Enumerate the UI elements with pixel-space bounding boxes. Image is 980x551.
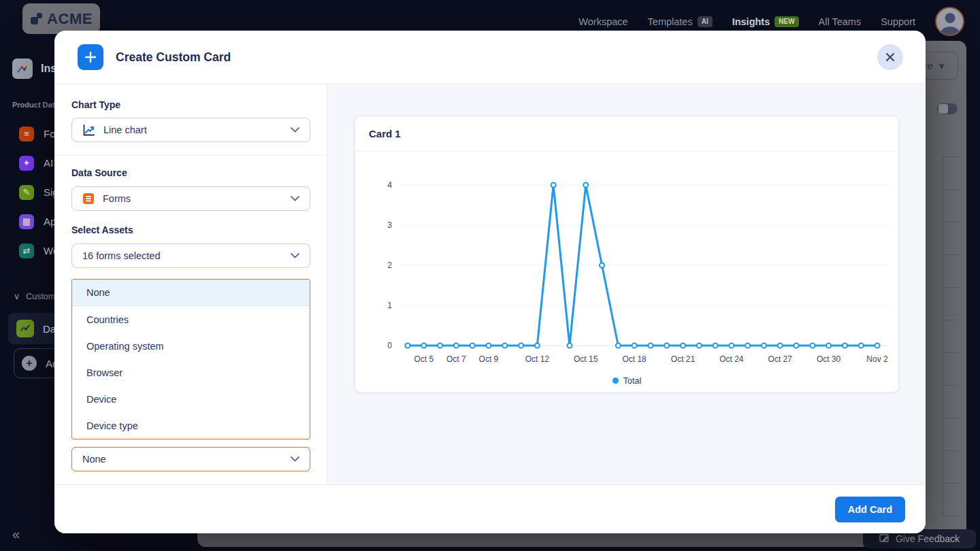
logo-text: ACME (47, 10, 93, 28)
svg-text:2: 2 (387, 261, 392, 270)
table-row (943, 484, 958, 516)
svg-text:Nov 2: Nov 2 (866, 354, 888, 364)
chart-type-label: Chart Type (71, 99, 310, 111)
breakdown-selected-value: None (82, 454, 106, 465)
signatures-icon: ✎ (19, 185, 34, 200)
nav-label: Insights (732, 16, 770, 27)
avatar-body-icon (941, 27, 959, 36)
nav-item-templates[interactable]: TemplatesAI (648, 16, 713, 27)
breakdown-option-device[interactable]: Device (72, 386, 310, 412)
nav-label: Support (881, 16, 915, 27)
nav-item-support[interactable]: Support (881, 16, 915, 27)
ai-agents-icon: ✦ (19, 156, 34, 171)
feedback-label: Give Feedback (896, 533, 960, 544)
preview-panel: Card 1 01234Oct 5Oct 7Oct 9Oct 12Oct 15O… (327, 84, 926, 484)
nav-label: All Teams (819, 16, 862, 27)
data-source-value: Forms (103, 193, 131, 204)
breakdown-option-countries[interactable]: Countries (72, 306, 310, 333)
screen: ACME WorkspaceTemplatesAIInsightsNEWAll … (0, 0, 980, 551)
svg-text:Oct 9: Oct 9 (479, 354, 499, 364)
svg-text:Oct 27: Oct 27 (768, 354, 793, 364)
settings-panel: Chart Type Line chart Data Source (54, 84, 327, 484)
table-row (943, 320, 958, 353)
apps-icon: ▦ (19, 214, 34, 229)
chevron-down-icon (291, 196, 299, 201)
svg-text:1: 1 (387, 301, 392, 310)
select-assets-dropdown[interactable]: 16 forms selected (71, 244, 310, 268)
avatar-head-icon (945, 13, 955, 23)
card-title: Card 1 (355, 116, 898, 152)
forms-icon: ≡ (19, 127, 34, 141)
chevron-down-icon (291, 456, 299, 462)
data-source-label: Data Source (71, 167, 310, 179)
chart-legend: Total (355, 369, 898, 392)
svg-text:Oct 5: Oct 5 (414, 354, 434, 364)
add-card-button[interactable]: Add Card (835, 497, 905, 522)
close-icon (885, 52, 895, 62)
svg-text:Oct 7: Oct 7 (446, 354, 466, 364)
new-badge: NEW (774, 16, 798, 27)
sidebar-collapse-button[interactable]: « (12, 527, 20, 542)
toggle-knob (938, 104, 948, 114)
panel-divider (54, 155, 327, 156)
line-chart-icon (82, 124, 95, 137)
feedback-pencil-icon (879, 534, 890, 544)
acme-logo[interactable]: ACME (22, 3, 100, 34)
breakdown-dropdown[interactable]: None (71, 447, 310, 471)
legend-dot-icon (612, 378, 619, 384)
chevron-down-icon (291, 253, 299, 258)
modal-header: Create Custom Card (54, 31, 926, 84)
chart-type-value: Line chart (103, 124, 147, 135)
create-custom-card-modal: Create Custom Card Chart Type Line chart (54, 31, 926, 533)
nav-item-workspace[interactable]: Workspace (578, 16, 627, 27)
dashboards-icon (16, 320, 34, 337)
background-table-rows (943, 156, 958, 516)
ai-badge: AI (698, 16, 713, 27)
svg-text:3: 3 (387, 220, 392, 230)
breakdown-option-device-type[interactable]: Device type (72, 412, 310, 439)
insights-app-icon (12, 59, 33, 79)
line-chart: 01234Oct 5Oct 7Oct 9Oct 12Oct 15Oct 18Oc… (355, 152, 900, 369)
modal-footer: Add Card (54, 484, 926, 533)
view-toggle[interactable] (937, 103, 958, 114)
table-row (943, 386, 958, 418)
plus-icon (78, 44, 103, 70)
breakdown-option-none[interactable]: None (72, 280, 310, 306)
legend-label: Total (623, 376, 641, 386)
breakdown-option-operating-system[interactable]: Operating system (72, 333, 310, 359)
table-row (943, 255, 958, 288)
acme-logo-icon (30, 12, 44, 26)
svg-text:Oct 21: Oct 21 (671, 354, 696, 364)
user-avatar[interactable] (935, 7, 964, 36)
forms-icon (82, 193, 95, 205)
preview-card: Card 1 01234Oct 5Oct 7Oct 9Oct 12Oct 15O… (355, 116, 899, 393)
breakdown-options-list: NoneCountriesOperating systemBrowserDevi… (71, 279, 310, 439)
breakdown-option-browser[interactable]: Browser (72, 359, 310, 386)
svg-text:0: 0 (387, 341, 392, 350)
data-source-dropdown[interactable]: Forms (71, 186, 310, 211)
sidebar-section-label: Product Data (12, 101, 59, 109)
select-assets-value: 16 forms selected (82, 250, 160, 261)
svg-text:Oct 15: Oct 15 (574, 354, 598, 364)
modal-title: Create Custom Card (116, 50, 231, 65)
table-row (943, 418, 958, 451)
chevron-down-icon (291, 127, 299, 133)
workflows-icon: ⇄ (19, 244, 34, 258)
svg-text:Oct 18: Oct 18 (622, 354, 647, 364)
table-row (943, 222, 958, 255)
svg-text:Oct 12: Oct 12 (525, 354, 550, 364)
chart-type-dropdown[interactable]: Line chart (71, 118, 310, 142)
table-row (943, 190, 958, 222)
nav-item-all-teams[interactable]: All Teams (819, 16, 862, 27)
caret-down-icon: ▾ (939, 60, 945, 72)
plus-circle-icon: + (22, 356, 37, 371)
close-button[interactable] (877, 44, 903, 70)
svg-text:4: 4 (387, 180, 392, 190)
table-row (943, 353, 958, 386)
nav-label: Workspace (578, 16, 627, 27)
svg-text:Oct 30: Oct 30 (817, 354, 841, 364)
nav-item-insights[interactable]: InsightsNEW (732, 16, 799, 27)
svg-text:Oct 24: Oct 24 (719, 354, 744, 364)
select-assets-label: Select Assets (71, 224, 310, 236)
table-row (943, 288, 958, 320)
